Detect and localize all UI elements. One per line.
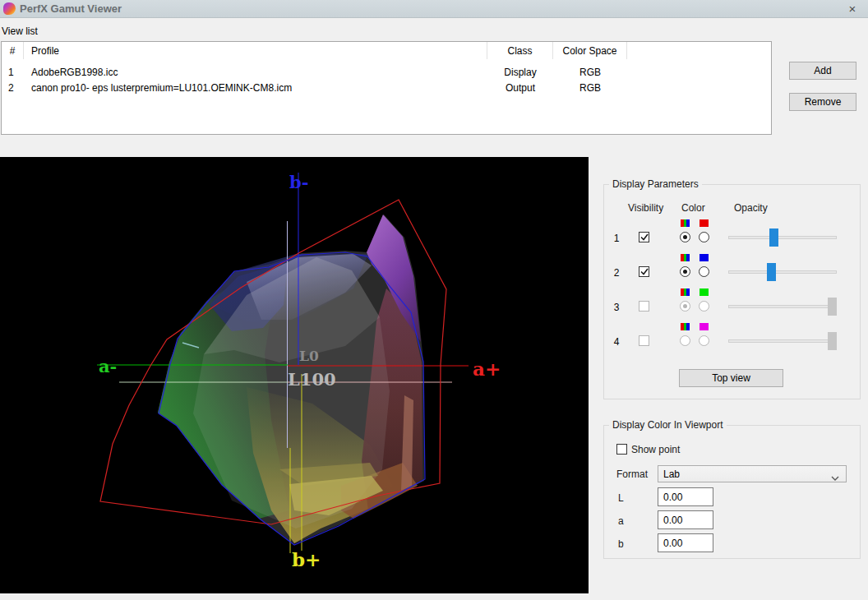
profile-list-header: # Profile Class Color Space [2, 42, 771, 59]
b-field-label: b [618, 538, 624, 550]
add-button[interactable]: Add [789, 62, 856, 80]
multi-color-swatch-2 [681, 254, 690, 261]
row-num: 1 [2, 64, 24, 80]
color-radio-solid-4[interactable] [699, 335, 709, 346]
visibility-checkbox-3[interactable] [639, 301, 649, 312]
opacity-slider-3[interactable] [728, 305, 837, 308]
app-icon [3, 2, 16, 15]
row-class: Display [487, 64, 553, 80]
param-row-index: 1 [612, 233, 621, 244]
param-row-index: 4 [612, 336, 621, 348]
color-radio-solid-2[interactable] [699, 266, 709, 277]
format-label: Format [616, 468, 648, 480]
opacity-slider-thumb-4[interactable] [828, 332, 837, 350]
multi-color-swatch-4 [681, 323, 690, 330]
row-profile: AdobeRGB1998.icc [24, 64, 487, 80]
opacity-slider-thumb-1[interactable] [769, 228, 778, 247]
color-radio-multi-3[interactable] [680, 301, 690, 312]
format-dropdown[interactable]: Lab [658, 465, 847, 482]
l0-label: L0 [299, 348, 319, 364]
color-radio-solid-3[interactable] [699, 301, 709, 312]
visibility-checkbox-2[interactable] [639, 266, 649, 277]
profile-list[interactable]: # Profile Class Color Space 1 AdobeRGB19… [1, 41, 772, 135]
b-minus-label: b- [289, 172, 308, 192]
b-value-input[interactable] [658, 533, 713, 552]
visibility-header: Visibility [628, 202, 663, 214]
gamut-3d-plot: b- b+ a- a+ L0 L100 [0, 157, 589, 593]
opacity-header: Opacity [734, 202, 768, 214]
column-header-num[interactable]: # [2, 42, 24, 59]
param-row-index: 2 [612, 267, 621, 279]
table-row[interactable]: 2 canon pro10- eps lusterpremium=LU101.O… [2, 80, 771, 95]
a-minus-label: a- [99, 356, 117, 376]
gamut-viewport[interactable]: b- b+ a- a+ L0 L100 [0, 157, 589, 593]
row-class: Output [487, 80, 553, 95]
title-bar: PerfX Gamut Viewer × [0, 0, 868, 18]
l-field-label: L [618, 492, 624, 504]
solid-color-swatch-1 [699, 219, 709, 227]
multi-color-swatch-3 [681, 288, 690, 296]
column-header-profile[interactable]: Profile [24, 42, 487, 59]
color-radio-solid-1[interactable] [699, 232, 709, 242]
a-plus-label: a+ [473, 358, 501, 380]
display-parameters-title: Display Parameters [609, 178, 702, 190]
format-value: Lab [663, 468, 680, 480]
remove-button[interactable]: Remove [789, 93, 856, 111]
perfx-gamut-viewer-window: { "window": { "title": "PerfX Gamut View… [0, 0, 868, 600]
row-profile: canon pro10- eps lusterpremium=LU101.OEM… [24, 80, 487, 95]
color-radio-multi-2[interactable] [680, 266, 690, 277]
color-radio-multi-1[interactable] [680, 232, 690, 242]
view-list-label: View list [2, 25, 38, 37]
row-color-space: RGB [553, 80, 627, 95]
top-view-button[interactable]: Top view [679, 369, 783, 387]
a-field-label: a [618, 515, 624, 527]
color-header: Color [681, 202, 705, 214]
table-row[interactable]: 1 AdobeRGB1998.icc Display RGB [2, 64, 771, 80]
display-parameters-group: Display Parameters [603, 184, 861, 399]
opacity-slider-2[interactable] [728, 270, 837, 274]
row-color-space: RGB [553, 64, 627, 80]
color-radio-multi-4[interactable] [680, 335, 690, 346]
b-plus-label: b+ [292, 548, 321, 570]
solid-color-swatch-3 [699, 288, 709, 296]
visibility-checkbox-1[interactable] [639, 232, 649, 242]
display-color-title: Display Color In Viewport [609, 419, 727, 431]
solid-color-swatch-2 [699, 254, 709, 261]
row-num: 2 [2, 80, 24, 95]
opacity-slider-1[interactable] [728, 236, 837, 239]
show-point-checkbox[interactable] [616, 444, 627, 455]
multi-color-swatch-1 [681, 219, 690, 227]
l100-label: L100 [288, 369, 336, 390]
solid-color-swatch-4 [699, 323, 709, 330]
opacity-slider-4[interactable] [728, 339, 837, 343]
visibility-checkbox-4[interactable] [639, 335, 649, 346]
a-value-input[interactable] [658, 510, 713, 529]
column-header-color-space[interactable]: Color Space [553, 42, 627, 59]
close-icon[interactable]: × [843, 1, 861, 16]
column-header-class[interactable]: Class [487, 42, 553, 59]
param-row-index: 3 [612, 302, 621, 313]
chevron-down-icon [831, 472, 839, 483]
opacity-slider-thumb-2[interactable] [767, 263, 776, 281]
show-point-label: Show point [631, 444, 680, 455]
l-value-input[interactable] [658, 487, 713, 506]
opacity-slider-thumb-3[interactable] [828, 298, 837, 316]
window-title: PerfX Gamut Viewer [20, 2, 122, 15]
